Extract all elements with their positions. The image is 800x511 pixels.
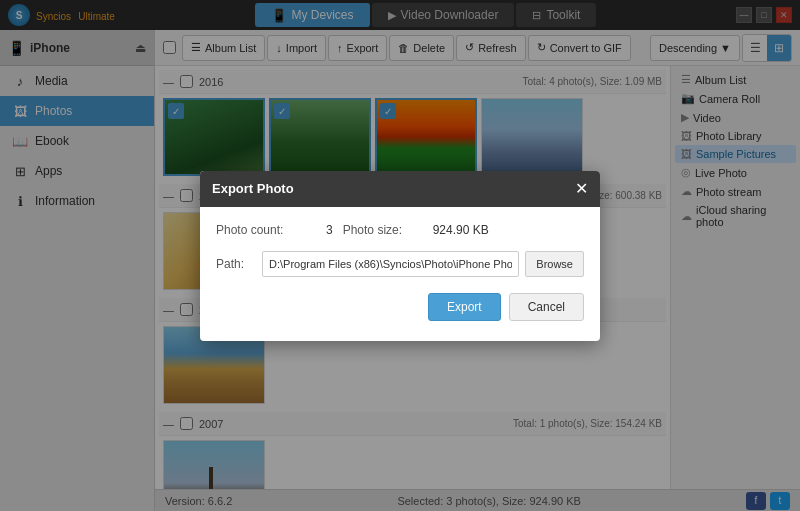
modal-body: Photo count: 3 Photo size: 924.90 KB Pat…	[200, 207, 600, 341]
modal-path-row: Path: Browse	[216, 251, 584, 277]
photo-count-label: Photo count:	[216, 223, 316, 237]
path-input[interactable]	[262, 251, 519, 277]
photo-size-value: 924.90 KB	[433, 223, 489, 237]
modal-title: Export Photo	[212, 181, 294, 196]
modal-overlay: Export Photo ✕ Photo count: 3 Photo size…	[0, 0, 800, 511]
modal-close-button[interactable]: ✕	[575, 181, 588, 197]
modal-header: Export Photo ✕	[200, 171, 600, 207]
path-label: Path:	[216, 257, 256, 271]
export-cancel-button[interactable]: Cancel	[509, 293, 584, 321]
photo-count-value: 3	[326, 223, 333, 237]
export-confirm-button[interactable]: Export	[428, 293, 501, 321]
export-modal: Export Photo ✕ Photo count: 3 Photo size…	[200, 171, 600, 341]
browse-button[interactable]: Browse	[525, 251, 584, 277]
modal-info-row: Photo count: 3 Photo size: 924.90 KB	[216, 223, 584, 237]
photo-size-label: Photo size:	[343, 223, 423, 237]
modal-footer: Export Cancel	[216, 293, 584, 325]
